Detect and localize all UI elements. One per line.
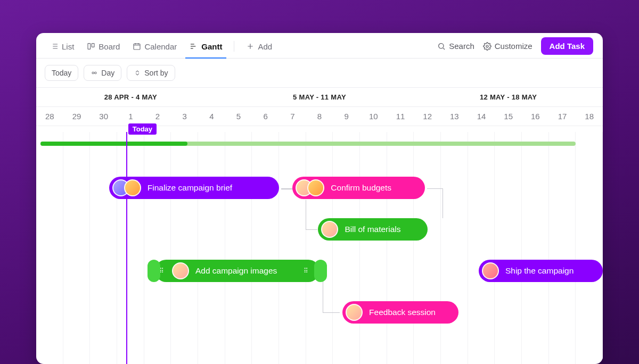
task-t1[interactable]: Finalize campaign brief <box>109 177 279 199</box>
task-t4[interactable]: ⠿Add campaign images⠿ <box>155 260 320 282</box>
gantt-toolbar: Today Day Sort by <box>36 59 603 87</box>
customize-button[interactable]: Customize <box>483 42 532 51</box>
svg-point-4 <box>486 45 488 47</box>
day-label: 17 <box>549 112 576 121</box>
search-icon <box>437 42 446 51</box>
drag-handle-right[interactable] <box>314 260 327 282</box>
drag-handle-left[interactable] <box>148 260 160 282</box>
view-tab-add[interactable]: Add <box>242 39 276 59</box>
assignee-avatars <box>296 179 324 196</box>
task-t6[interactable]: Ship the campaign <box>479 260 603 282</box>
gantt-chart: 28 APR - 4 MAY 5 MAY - 11 MAY 12 MAY - 1… <box>36 87 603 364</box>
plus-icon <box>246 42 255 51</box>
task-label: Finalize campaign brief <box>145 183 232 193</box>
day-label: 4 <box>198 112 225 121</box>
svg-point-5 <box>92 72 94 74</box>
svg-rect-1 <box>92 44 95 47</box>
gantt-bars: Finalize campaign briefConfirm budgetsBi… <box>36 132 603 364</box>
task-label: Ship the campaign <box>503 266 574 276</box>
day-label: 18 <box>576 112 603 121</box>
task-label: Confirm budgets <box>329 183 391 193</box>
avatar <box>172 262 189 279</box>
week-label: 5 MAY - 11 MAY <box>225 93 414 101</box>
today-label: Today <box>52 69 71 77</box>
dependency-line <box>306 200 317 230</box>
calendar-icon <box>133 42 141 51</box>
avatar <box>124 179 141 196</box>
day-label: 10 <box>360 112 387 121</box>
gear-icon <box>483 42 491 51</box>
day-label: 14 <box>468 112 495 121</box>
view-tab-label: Add <box>258 42 272 51</box>
assignee-avatars <box>346 304 363 321</box>
assignee-avatars <box>482 262 499 279</box>
board-icon <box>87 42 95 51</box>
day-label: 2 <box>144 112 171 121</box>
day-label: 11 <box>387 112 414 121</box>
add-task-label: Add Task <box>550 42 585 51</box>
separator <box>234 41 234 52</box>
view-switcher: List Board Calendar Gantt Add Search <box>36 33 603 59</box>
day-headers: 282930123456789101112131415161718 <box>36 107 603 126</box>
svg-point-3 <box>439 43 444 48</box>
add-task-button[interactable]: Add Task <box>541 37 593 55</box>
day-label: 5 <box>225 112 252 121</box>
avatar <box>346 304 363 321</box>
day-label: 30 <box>90 112 117 121</box>
zoom-label: Day <box>101 69 114 77</box>
zoom-icon <box>91 69 98 77</box>
day-label: 28 <box>36 112 63 121</box>
task-label: Feedback session <box>367 308 436 317</box>
avatar <box>307 179 324 196</box>
task-label: Add campaign images <box>193 266 277 276</box>
view-tab-label: Board <box>99 42 120 51</box>
today-badge: Today <box>128 123 157 135</box>
customize-label: Customize <box>495 42 532 51</box>
assignee-avatars <box>321 221 338 238</box>
gantt-app: List Board Calendar Gantt Add Search <box>36 33 603 364</box>
grip-icon[interactable]: ⠿ <box>301 260 311 282</box>
zoom-pill[interactable]: Day <box>84 65 121 81</box>
progress-bar <box>40 142 576 146</box>
day-label: 3 <box>171 112 198 121</box>
task-label: Bill of materials <box>342 225 400 234</box>
sort-label: Sort by <box>144 69 168 77</box>
sort-icon <box>134 69 141 77</box>
week-label: 12 MAY - 18 MAY <box>414 93 603 101</box>
svg-rect-2 <box>134 44 140 49</box>
sort-pill[interactable]: Sort by <box>127 65 175 81</box>
search-button[interactable]: Search <box>437 42 474 51</box>
day-label: 12 <box>414 112 441 121</box>
search-label: Search <box>449 42 474 51</box>
svg-rect-0 <box>88 44 91 49</box>
view-tab-calendar[interactable]: Calendar <box>128 39 181 59</box>
week-label: 28 APR - 4 MAY <box>36 93 225 101</box>
day-label: 7 <box>279 112 306 121</box>
day-label: 1 <box>117 112 144 121</box>
dependency-line <box>427 188 443 218</box>
dependency-line <box>281 188 293 189</box>
day-label: 8 <box>306 112 333 121</box>
view-tab-list[interactable]: List <box>46 39 78 59</box>
day-label: 16 <box>522 112 549 121</box>
day-label: 29 <box>63 112 91 121</box>
day-label: 6 <box>252 112 279 121</box>
task-t3[interactable]: Bill of materials <box>318 218 427 241</box>
task-t5[interactable]: Feedback session <box>342 301 458 324</box>
view-tab-board[interactable]: Board <box>83 39 124 59</box>
day-label: 15 <box>495 112 522 121</box>
day-label: 9 <box>333 112 360 121</box>
task-t2[interactable]: Confirm budgets <box>292 177 424 199</box>
view-tab-gantt[interactable]: Gantt <box>185 39 226 59</box>
day-label: 13 <box>441 112 468 121</box>
list-icon <box>50 42 59 51</box>
view-tab-label: Gantt <box>201 42 222 51</box>
week-headers: 28 APR - 4 MAY 5 MAY - 11 MAY 12 MAY - 1… <box>36 87 603 107</box>
avatar <box>482 262 499 279</box>
view-tab-label: Calendar <box>144 42 177 51</box>
assignee-avatars <box>172 262 189 279</box>
avatar <box>321 221 338 238</box>
today-pill[interactable]: Today <box>45 65 78 81</box>
view-tab-label: List <box>62 42 74 51</box>
svg-point-6 <box>95 72 97 74</box>
